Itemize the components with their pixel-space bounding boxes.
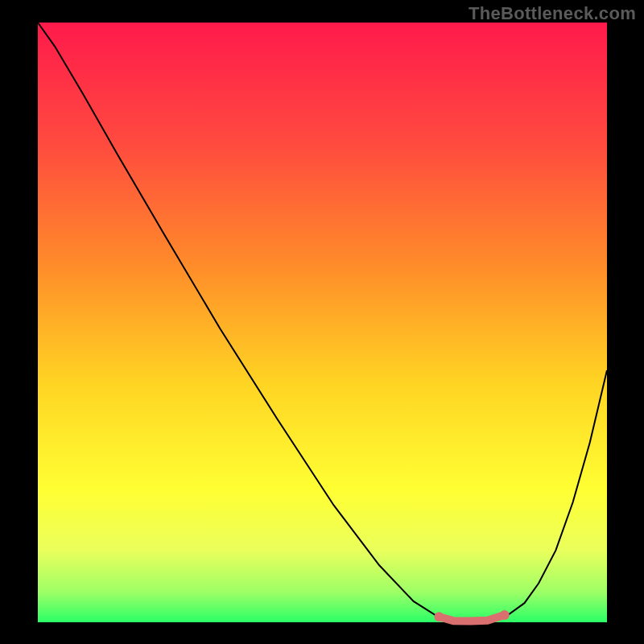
series-optimal-zone-endpoint bbox=[434, 612, 444, 621]
bottleneck-chart bbox=[0, 0, 644, 644]
chart-frame: TheBottleneck.com bbox=[0, 0, 644, 644]
plot-background bbox=[38, 23, 607, 622]
series-optimal-zone-endpoint bbox=[500, 610, 510, 620]
watermark-text: TheBottleneck.com bbox=[469, 3, 636, 24]
